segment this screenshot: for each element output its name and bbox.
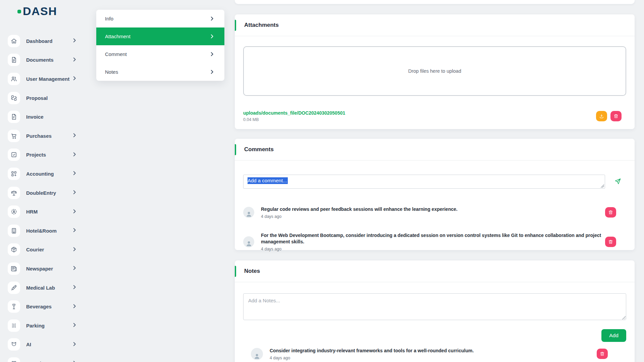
- submenu-item-label: Comment: [105, 51, 127, 57]
- sidebar-item-label: Parking: [26, 323, 45, 328]
- submenu-item-info[interactable]: Info: [96, 10, 224, 27]
- send-comment-button[interactable]: [614, 178, 621, 186]
- comment-timestamp: 4 days ago: [261, 247, 605, 251]
- chevron-right-icon: [73, 304, 76, 310]
- comments-card: Comments Add a comment... Regular code r…: [235, 139, 635, 250]
- comment-input-row: Add a comment...: [243, 175, 635, 189]
- delete-comment-button[interactable]: [605, 207, 616, 218]
- notes-title: Notes: [244, 268, 260, 275]
- sidebar-item-purchases[interactable]: Purchases: [0, 126, 88, 145]
- comment-item: Regular code reviews and peer feedback s…: [243, 206, 635, 219]
- submenu-item-comment[interactable]: Comment: [96, 45, 224, 63]
- sidebar-item-accounting[interactable]: Accounting: [0, 164, 88, 183]
- chevron-right-icon: [211, 70, 214, 74]
- sidebar-nav: Dashboard Documents User Management Prop…: [0, 32, 88, 362]
- submenu-item-attachment[interactable]: Attachment: [96, 27, 224, 45]
- newspaper-icon: [8, 262, 20, 275]
- grid-plus-icon: [8, 168, 20, 180]
- note-timestamp: 4 days ago: [270, 356, 597, 360]
- chevron-right-icon: [73, 209, 76, 215]
- comment-input-selected-text: Add a comment...: [248, 177, 288, 184]
- sidebar-item-newspaper[interactable]: Newspaper: [0, 259, 88, 278]
- comments-card-header: Comments: [235, 139, 635, 161]
- submenu-item-label: Info: [105, 16, 113, 21]
- sidebar-item-label: Projects: [26, 152, 46, 158]
- sidebar-item-parking[interactable]: Parking: [0, 316, 88, 335]
- chevron-right-icon: [211, 16, 214, 21]
- chevron-right-icon: [73, 152, 76, 158]
- delete-note-button[interactable]: [597, 349, 608, 359]
- sidebar-item-doubleentry[interactable]: DoubleEntry: [0, 183, 88, 202]
- sidebar-item-label: Courier: [26, 247, 44, 252]
- app-logo[interactable]: DASH: [17, 5, 57, 17]
- notes-input[interactable]: [243, 293, 626, 320]
- person-icon: [245, 210, 253, 218]
- person-target-icon: [8, 205, 20, 218]
- cart-icon: [8, 130, 20, 142]
- chevron-right-icon: [73, 265, 76, 272]
- logo-text: DASH: [23, 5, 57, 17]
- building-icon: [8, 225, 20, 237]
- chevron-right-icon: [73, 133, 76, 139]
- sidebar-item-medical-lab[interactable]: Medical Lab: [0, 278, 88, 297]
- sidebar-item-ai[interactable]: AI: [0, 335, 88, 354]
- notes-card: Notes Add Consider integrating industry-…: [235, 260, 635, 362]
- delete-comment-button[interactable]: [605, 237, 616, 247]
- scale-icon: [8, 187, 20, 199]
- resize-grip-icon[interactable]: [601, 184, 604, 188]
- add-note-button[interactable]: Add: [601, 329, 626, 342]
- delete-attachment-button[interactable]: [610, 111, 622, 121]
- chevron-right-icon: [73, 57, 76, 63]
- avatar: [251, 348, 263, 360]
- comment-text: Regular code reviews and peer feedback s…: [261, 206, 605, 213]
- sidebar-item-beverages[interactable]: Beverages: [0, 297, 88, 316]
- sidebar-item-label: Proposal: [26, 95, 48, 101]
- send-icon: [614, 178, 621, 185]
- sidebar-item-user-management[interactable]: User Management: [0, 69, 88, 88]
- submenu-item-label: Notes: [105, 69, 118, 75]
- resize-grip-icon[interactable]: [622, 316, 626, 319]
- trash-icon: [600, 351, 605, 356]
- notes-card-header: Notes: [235, 260, 635, 282]
- document-icon: [8, 54, 20, 66]
- chevron-right-icon: [73, 360, 76, 362]
- download-button[interactable]: [596, 111, 607, 121]
- comments-title: Comments: [244, 146, 274, 153]
- comment-input[interactable]: Add a comment...: [243, 175, 605, 189]
- chevron-right-icon: [73, 38, 76, 44]
- sidebar-item-label: DoubleEntry: [26, 190, 56, 196]
- sidebar-item-hrm[interactable]: HRM: [0, 202, 88, 221]
- attachment-file-link[interactable]: uploads/documents_file/DOC20240302050501: [243, 110, 345, 116]
- sidebar-item-courier[interactable]: Courier: [0, 240, 88, 259]
- sidebar-item-label: HRM: [26, 209, 38, 215]
- chevron-right-icon: [73, 342, 76, 348]
- sidebar-item-invoice[interactable]: Invoice: [0, 107, 88, 126]
- glass-icon: [8, 300, 20, 313]
- sidebar-item-label: Hotel&Room: [26, 228, 57, 234]
- file-dropzone[interactable]: Drop files here to upload: [243, 46, 626, 96]
- submenu-item-notes[interactable]: Notes: [96, 63, 224, 81]
- chevron-right-icon: [73, 247, 76, 253]
- trash-icon: [613, 114, 619, 119]
- sidebar-item-proposal[interactable]: Proposal: [0, 88, 88, 108]
- chevron-right-icon: [73, 322, 76, 328]
- sidebar-item-label: Newspaper: [26, 266, 53, 272]
- fox-icon: [8, 338, 20, 351]
- submenu-item-label: Attachment: [105, 34, 130, 39]
- sidebar-item-documents[interactable]: Documents: [0, 51, 88, 70]
- chevron-right-icon: [211, 34, 214, 39]
- shirt-icon: [8, 357, 20, 362]
- person-icon: [245, 239, 253, 247]
- avatar: [243, 207, 254, 218]
- proposal-icon: [8, 92, 20, 104]
- sidebar-item-label: Laundry: [26, 361, 46, 362]
- trash-icon: [608, 239, 613, 244]
- sidebar-item-dashboard[interactable]: Dashboard: [0, 32, 88, 51]
- sidebar-item-laundry[interactable]: Laundry: [0, 354, 88, 362]
- users-icon: [8, 73, 20, 85]
- sidebar-item-hotel-room[interactable]: Hotel&Room: [0, 221, 88, 240]
- trash-icon: [608, 210, 613, 215]
- chevron-right-icon: [73, 228, 76, 234]
- sidebar-item-label: Medical Lab: [26, 285, 55, 291]
- sidebar-item-projects[interactable]: Projects: [0, 145, 88, 165]
